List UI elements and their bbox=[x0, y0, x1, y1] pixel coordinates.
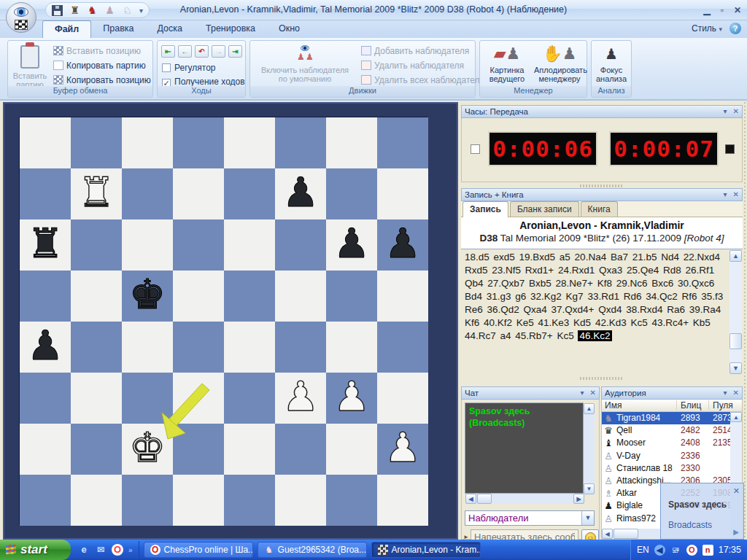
record-tab-3[interactable]: Книга bbox=[581, 201, 618, 217]
knight-icon[interactable]: ♞ bbox=[87, 5, 98, 16]
square-c8[interactable] bbox=[122, 117, 173, 168]
hide-icons-chevron[interactable]: ◀ bbox=[654, 545, 665, 556]
move-list[interactable]: 18.d5 exd5 19.Bxd5 a5 20.Na4 Ba7 21.b5 N… bbox=[461, 249, 743, 375]
scroll-left-icon[interactable]: ◀ bbox=[465, 494, 476, 504]
notification-popup[interactable]: ✕ Spasov здесь Broadcasts ▶ bbox=[660, 483, 744, 540]
square-d2[interactable] bbox=[173, 424, 224, 475]
panel-close-icon[interactable]: ✕ bbox=[733, 107, 739, 115]
popup-next-icon[interactable]: ▶ bbox=[733, 528, 739, 536]
save-icon[interactable] bbox=[52, 5, 63, 16]
square-c1[interactable] bbox=[122, 475, 173, 526]
square-e3[interactable] bbox=[224, 373, 275, 424]
restore-button[interactable]: ▫ bbox=[721, 5, 724, 15]
scroll-right-icon[interactable]: ▶ bbox=[573, 494, 584, 504]
app-menu-orb[interactable] bbox=[6, 2, 36, 33]
taskbar-task-2[interactable]: ♞Guest2965342 (Broa... bbox=[258, 542, 367, 558]
audience-row-V-Day[interactable]: ♙V-Day2336 bbox=[602, 450, 742, 462]
forward-button[interactable]: → bbox=[212, 45, 225, 58]
panel-dropdown-icon[interactable]: ▾ bbox=[724, 107, 727, 115]
enable-default-observer-button[interactable]: ♟♟ Включить наблюдателя по умолчанию bbox=[258, 44, 352, 83]
taskbar-task-3[interactable]: Aronian,Levon - Kram... bbox=[371, 542, 481, 558]
square-d3[interactable] bbox=[173, 373, 224, 424]
square-h3[interactable] bbox=[377, 373, 428, 424]
black-pawn[interactable]: ♟ bbox=[377, 219, 428, 271]
current-move[interactable]: 46.Kc2 bbox=[578, 330, 611, 341]
chat-channel-select[interactable]: Наблюдатели ▼ bbox=[465, 510, 595, 526]
square-h5[interactable] bbox=[377, 271, 428, 322]
scroll-up-icon[interactable]: ▲ bbox=[730, 412, 742, 422]
panel-dropdown-icon[interactable]: ▾ bbox=[724, 190, 727, 198]
audience-row-Qell[interactable]: ♛Qell24822514 bbox=[602, 424, 742, 437]
language-indicator[interactable]: EN bbox=[637, 545, 649, 555]
paste-game-button[interactable]: Вставить партию bbox=[8, 44, 52, 89]
square-g2[interactable] bbox=[326, 424, 377, 475]
square-e1[interactable] bbox=[224, 475, 275, 526]
square-e4[interactable] bbox=[224, 322, 275, 373]
square-b4[interactable] bbox=[71, 322, 122, 373]
host-picture-button[interactable]: ▰♟ Картинка ведущего bbox=[483, 44, 531, 83]
regulator-checkbox[interactable]: Регулятор bbox=[162, 63, 215, 73]
square-a3[interactable] bbox=[20, 373, 71, 424]
ribbon-tab-2[interactable]: Правка bbox=[91, 20, 145, 38]
takeback-button[interactable]: ↶ bbox=[195, 45, 209, 58]
square-f5[interactable] bbox=[275, 271, 326, 322]
white-pawn[interactable]: ♟ bbox=[377, 424, 428, 475]
chess-board[interactable]: ♜♟♜♟♟♚♟♟♟♚♟ bbox=[19, 117, 427, 525]
scroll-left-icon[interactable]: ◀ bbox=[602, 529, 613, 539]
audience-hscrollbar[interactable]: ◀ bbox=[602, 529, 660, 539]
square-g8[interactable] bbox=[326, 117, 377, 168]
black-pawn[interactable]: ♟ bbox=[20, 322, 71, 373]
square-d8[interactable] bbox=[173, 117, 224, 168]
go-end-button[interactable]: ⇥ bbox=[228, 45, 242, 58]
close-button[interactable]: ✕ bbox=[734, 5, 741, 15]
square-h7[interactable] bbox=[377, 168, 428, 219]
popup-link[interactable]: Broadcasts bbox=[668, 520, 712, 530]
chat-hscrollbar[interactable]: ◀ ▶ bbox=[465, 494, 584, 504]
ribbon-tab-5[interactable]: Окно bbox=[267, 20, 311, 38]
square-d7[interactable] bbox=[173, 168, 224, 219]
square-d5[interactable] bbox=[173, 271, 224, 322]
square-g1[interactable] bbox=[326, 475, 377, 526]
black-rook[interactable]: ♜ bbox=[20, 219, 71, 271]
clock-checkbox[interactable] bbox=[471, 144, 480, 154]
remove-observer-button[interactable]: Удалить наблюдателя bbox=[361, 61, 464, 71]
square-a7[interactable] bbox=[20, 168, 71, 219]
scroll-thumb[interactable] bbox=[477, 494, 492, 504]
square-c4[interactable] bbox=[122, 322, 173, 373]
piece-icon[interactable]: ♜ bbox=[69, 5, 80, 16]
square-e6[interactable] bbox=[224, 219, 275, 271]
mail-icon[interactable]: ✉ bbox=[95, 544, 107, 556]
applaud-manager-button[interactable]: ✋♟ Аплодировать менеджеру bbox=[534, 44, 585, 83]
square-f2[interactable] bbox=[275, 424, 326, 475]
add-observer-button[interactable]: Добавить наблюдателя bbox=[361, 46, 469, 56]
network-icon[interactable]: 🖳 bbox=[670, 545, 681, 556]
scroll-down-icon[interactable]: ▼ bbox=[729, 362, 742, 374]
opera-icon[interactable]: O bbox=[112, 544, 123, 556]
square-a5[interactable] bbox=[20, 271, 71, 322]
copy-game-button[interactable]: Копировать партию bbox=[53, 61, 146, 71]
ie-icon[interactable]: e bbox=[78, 544, 90, 556]
panel-close-icon[interactable]: ✕ bbox=[590, 389, 596, 397]
ribbon-tab-3[interactable]: Доска bbox=[145, 20, 194, 38]
qat-dropdown-icon[interactable]: ▾ bbox=[139, 7, 143, 15]
square-f1[interactable] bbox=[275, 475, 326, 526]
taskbar-task-1[interactable]: OChessPro online | Ша... bbox=[144, 542, 253, 558]
square-f4[interactable] bbox=[275, 322, 326, 373]
ribbon-tab-1[interactable]: Файл bbox=[42, 20, 91, 38]
square-b5[interactable] bbox=[71, 271, 122, 322]
square-d1[interactable] bbox=[173, 475, 224, 526]
paste-position-button[interactable]: Вставить позицию bbox=[53, 46, 141, 56]
square-f6[interactable] bbox=[275, 219, 326, 271]
white-rook[interactable]: ♜ bbox=[71, 168, 122, 219]
remove-all-observers-button[interactable]: Удалить всех наблюдателей bbox=[361, 75, 489, 85]
square-e7[interactable] bbox=[224, 168, 275, 219]
square-e2[interactable] bbox=[224, 424, 275, 475]
start-button[interactable]: start bbox=[0, 540, 71, 560]
copy-position-button[interactable]: Копировать позицию bbox=[53, 75, 151, 85]
audience-row-Станислав 18[interactable]: ♙Станислав 182330 bbox=[602, 462, 742, 475]
square-b6[interactable] bbox=[71, 219, 122, 271]
popup-close-icon[interactable]: ✕ bbox=[733, 486, 740, 496]
go-start-button[interactable]: ⇤ bbox=[161, 45, 175, 58]
square-b2[interactable] bbox=[71, 424, 122, 475]
analysis-focus-button[interactable]: ♟ Фокус анализа bbox=[589, 44, 633, 83]
